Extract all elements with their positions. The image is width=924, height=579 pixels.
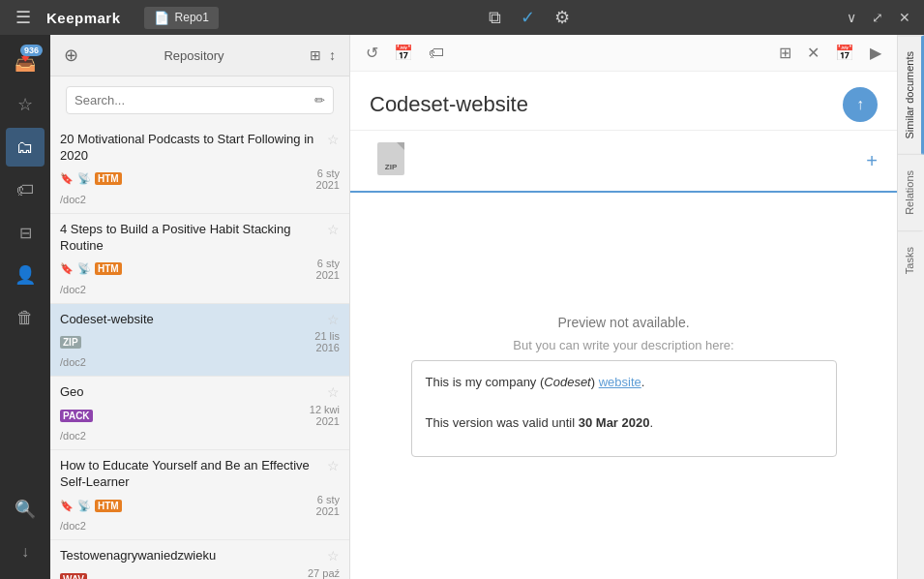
desc-suffix: ) bbox=[591, 375, 599, 389]
copy-btn[interactable]: ⧉ bbox=[481, 3, 509, 32]
repo-panel-header: ⊕ Repository ⊞ ↕ bbox=[50, 35, 349, 76]
repo-sort-btn[interactable]: ↕ bbox=[325, 46, 340, 65]
window-expand-btn[interactable]: ⤢ bbox=[866, 8, 889, 27]
window-chevron-btn[interactable]: ∨ bbox=[841, 8, 862, 27]
inbox-badge: 936 bbox=[20, 45, 43, 56]
add-file-btn[interactable]: + bbox=[866, 150, 878, 172]
doc-item-4-star[interactable]: ☆ bbox=[327, 384, 340, 400]
hamburger-menu-btn[interactable]: ☰ bbox=[8, 3, 39, 32]
doc-item-5-star[interactable]: ☆ bbox=[327, 458, 340, 473]
toolbar-close-btn[interactable]: ✕ bbox=[801, 41, 825, 65]
app-logo: Keepmark bbox=[46, 10, 121, 26]
window-close-btn[interactable]: ✕ bbox=[893, 8, 916, 27]
repo-grid-btn[interactable]: ⊞ bbox=[306, 46, 325, 65]
doc-item-6-star[interactable]: ☆ bbox=[327, 548, 340, 564]
rss-icon-5: 📡 bbox=[77, 500, 91, 512]
desc-prefix: This is my company ( bbox=[426, 375, 545, 389]
search-input[interactable] bbox=[75, 93, 314, 107]
sidebar-item-folders[interactable]: 🗂 bbox=[6, 128, 45, 167]
doc-item-3-tag: /doc2 bbox=[60, 356, 340, 368]
pack-icon-4: PACK bbox=[60, 410, 93, 422]
doc-item-3[interactable]: Codeset-website ☆ ZIP 21 lis2016 /doc2 bbox=[50, 304, 349, 378]
doc-item-3-meta: ZIP 21 lis2016 bbox=[60, 330, 340, 353]
doc-item-5[interactable]: How to Educate Yourself and Be an Effect… bbox=[50, 450, 349, 540]
content-toolbar: ↺ 📅 🏷 ⊞ ✕ 📅 ▶ bbox=[350, 35, 897, 72]
sidebar-item-arrow[interactable]: ↓ bbox=[6, 533, 45, 571]
doc-item-3-date: 21 lis2016 bbox=[314, 330, 340, 353]
desc-line2-prefix: This version was valid until bbox=[426, 415, 579, 430]
doc-item-5-meta: 🔖 📡 HTM 6 sty2021 bbox=[60, 494, 340, 517]
desc-line2-end: . bbox=[649, 415, 653, 430]
doc-item-6-header: Testowenagrywaniedzwieku ☆ bbox=[60, 548, 340, 564]
doc-item-2-date: 6 sty2021 bbox=[316, 258, 340, 281]
wav-icon-6: WAV bbox=[60, 573, 87, 579]
toolbar-reload-btn[interactable]: ↺ bbox=[360, 41, 384, 65]
doc-item-3-header: Codeset-website ☆ bbox=[60, 312, 340, 328]
search-bar: ✏ bbox=[66, 86, 334, 114]
doc-item-4[interactable]: Geo ☆ PACK 12 kwi2021 /doc2 bbox=[50, 377, 349, 450]
repo-tab[interactable]: 📄 Repo1 bbox=[144, 7, 219, 29]
bookmark-icon-1: 🔖 bbox=[60, 172, 74, 185]
repo-panel-title: Repository bbox=[82, 48, 306, 63]
doc-item-1-star[interactable]: ☆ bbox=[327, 132, 340, 147]
zip-corner bbox=[397, 142, 404, 150]
doc-item-1[interactable]: 20 Motivational Podcasts to Start Follow… bbox=[50, 124, 349, 214]
doc-item-1-meta: 🔖 📡 HTM 6 sty2021 bbox=[60, 168, 340, 191]
check-btn[interactable]: ✓ bbox=[513, 3, 543, 32]
doc-item-2-star[interactable]: ☆ bbox=[327, 222, 340, 237]
zip-label: ZIP bbox=[385, 163, 397, 171]
doc-item-5-tag: /doc2 bbox=[60, 520, 340, 532]
repo-add-btn[interactable]: ⊕ bbox=[60, 43, 82, 68]
html-icon-2: HTM bbox=[95, 262, 122, 275]
toolbar-tag-btn[interactable]: 🏷 bbox=[423, 42, 450, 65]
doc-item-1-header: 20 Motivational Podcasts to Start Follow… bbox=[60, 132, 340, 165]
file-tab-zip[interactable]: ZIP bbox=[370, 138, 412, 183]
share-btn[interactable]: ↑ bbox=[843, 87, 878, 122]
search-edit-btn[interactable]: ✏ bbox=[314, 93, 325, 107]
doc-item-6[interactable]: Testowenagrywaniedzwieku ☆ WAV 27 paź201… bbox=[50, 540, 349, 579]
sidebar-item-filter[interactable]: ⊟ bbox=[6, 213, 45, 252]
doc-item-3-star[interactable]: ☆ bbox=[327, 312, 340, 327]
sidebar-item-starred[interactable]: ☆ bbox=[6, 85, 45, 124]
zip-icon-3: ZIP bbox=[60, 336, 81, 349]
preview-not-available-text: Preview not available. bbox=[557, 315, 689, 330]
doc-item-1-tag: /doc2 bbox=[60, 194, 340, 205]
description-line2: This version was valid until 30 Mar 2020… bbox=[426, 413, 822, 434]
right-tab-tasks[interactable]: Tasks bbox=[898, 230, 924, 290]
settings-btn[interactable]: ⚙ bbox=[547, 3, 578, 32]
arrow-down-icon: ↓ bbox=[21, 543, 29, 561]
content-title: Codeset-website bbox=[370, 92, 843, 117]
sidebar-item-tags[interactable]: 🏷 bbox=[6, 170, 45, 209]
preview-hint-text: But you can write your description here: bbox=[513, 338, 733, 352]
right-tab-relations[interactable]: Relations bbox=[898, 154, 924, 230]
doc-item-4-date: 12 kwi2021 bbox=[310, 404, 340, 427]
toolbar-grid2-btn[interactable]: ⊞ bbox=[773, 41, 797, 65]
sidebar-item-person[interactable]: 👤 bbox=[6, 256, 45, 294]
doc-item-4-header: Geo ☆ bbox=[60, 384, 340, 401]
html-icon-1: HTM bbox=[95, 172, 122, 185]
main-layout: 📥 936 ☆ 🗂 🏷 ⊟ 👤 🗑 🔍 ↓ ⊕ bbox=[0, 35, 924, 579]
sidebar-item-search[interactable]: 🔍 bbox=[6, 490, 45, 529]
toolbar-calendar2-btn[interactable]: 📅 bbox=[829, 41, 860, 65]
toolbar-play-btn[interactable]: ▶ bbox=[864, 41, 887, 65]
doc-item-2-tag: /doc2 bbox=[60, 284, 340, 295]
doc-item-2[interactable]: 4 Steps to Build a Positive Habit Stacki… bbox=[50, 214, 349, 304]
folder-icon: 🗂 bbox=[16, 137, 34, 158]
bookmark-icon-5: 🔖 bbox=[60, 500, 74, 512]
doc-item-5-title: How to Educate Yourself and Be an Effect… bbox=[60, 458, 321, 491]
filter-icon: ⊟ bbox=[19, 224, 32, 242]
description-box[interactable]: This is my company (Codeset) website. Th… bbox=[411, 360, 837, 457]
doc-item-6-meta: WAV 27 paź2017 bbox=[60, 567, 340, 579]
toolbar-calendar-btn[interactable]: 📅 bbox=[388, 41, 419, 65]
content-header: Codeset-website ↑ bbox=[350, 72, 897, 131]
doc-item-3-title: Codeset-website bbox=[60, 312, 321, 328]
sidebar-item-inbox[interactable]: 📥 936 bbox=[6, 43, 45, 81]
bookmark-icon-2: 🔖 bbox=[60, 262, 74, 275]
sidebar-item-trash[interactable]: 🗑 bbox=[6, 298, 45, 337]
right-tab-similar[interactable]: Similar documents bbox=[898, 35, 924, 154]
desc-link[interactable]: website bbox=[599, 375, 641, 389]
title-bar-right: ∨ ⤢ ✕ bbox=[841, 8, 916, 27]
preview-area: Preview not available. But you can write… bbox=[350, 193, 897, 579]
person-icon: 👤 bbox=[15, 264, 36, 286]
rss-icon-2: 📡 bbox=[77, 262, 91, 275]
